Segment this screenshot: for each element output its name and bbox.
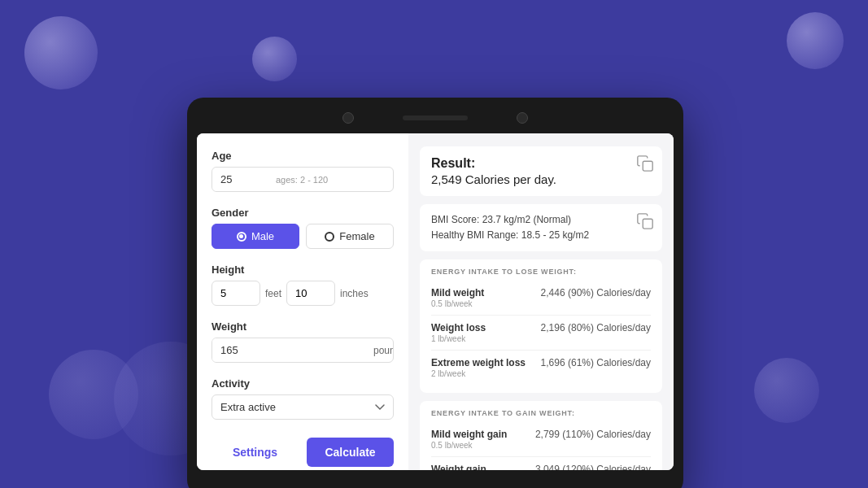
bg-circle-6 [754, 358, 819, 423]
gender-male-label: Male [251, 230, 274, 242]
gender-female-label: Female [339, 230, 374, 242]
feet-unit-label: feet [265, 288, 281, 299]
inches-unit-label: inches [340, 288, 369, 299]
activity-label: Activity [212, 377, 394, 390]
lose-normal-title: Weight loss [431, 322, 486, 333]
activity-section: Activity Sedentary Lightly active Modera… [212, 377, 394, 420]
tablet-frame: Age ages: 2 - 120 Gender Male Female [187, 98, 683, 488]
gender-row: Male Female [212, 224, 394, 249]
buttons-row: Settings Calculate [212, 438, 394, 467]
lose-extreme-sub: 2 lb/week [431, 369, 526, 378]
lose-section-header: ENERGY INTAKE TO LOSE WEIGHT: [431, 268, 651, 276]
lose-extreme-value: 1,696 (61%) Calories/day [541, 357, 651, 368]
gender-label: Gender [212, 207, 394, 219]
lose-weight-table: ENERGY INTAKE TO LOSE WEIGHT: Mild weigh… [420, 259, 662, 393]
lose-normal-sub: 1 lb/week [431, 334, 486, 343]
result-calories: 2,549 Calories per day. [431, 172, 651, 186]
gain-row-mild: Mild weight gain 0.5 lb/week 2,799 (110%… [431, 422, 651, 457]
svg-rect-1 [643, 219, 652, 229]
radio-female [325, 232, 334, 242]
radio-male [237, 232, 246, 242]
bg-circle-3 [787, 12, 844, 69]
gain-mild-value: 2,799 (110%) Calories/day [535, 429, 651, 440]
gain-weight-table: ENERGY INTAKE TO GAIN WEIGHT: Mild weigh… [420, 401, 662, 470]
tablet-screen: Age ages: 2 - 120 Gender Male Female [197, 133, 674, 470]
activity-select[interactable]: Sedentary Lightly active Moderately acti… [212, 394, 394, 420]
result-panel: Result: 2,549 Calories per day. BMI Scor… [408, 133, 674, 470]
gender-female-option[interactable]: Female [306, 224, 394, 249]
height-feet-input[interactable] [212, 281, 260, 306]
result-header-card: Result: 2,549 Calories per day. [420, 146, 662, 196]
age-input[interactable] [212, 168, 269, 191]
height-row: feet inches [212, 281, 394, 306]
age-section: Age ages: 2 - 120 [212, 150, 394, 192]
result-title: Result: [431, 156, 651, 171]
gender-male-option[interactable]: Male [212, 224, 299, 249]
gain-normal-value: 3,049 (120%) Calories/day [535, 464, 651, 470]
bg-circle-4 [49, 350, 138, 439]
gain-mild-title: Mild weight gain [431, 429, 507, 440]
weight-unit-label: pounds [365, 345, 394, 356]
lose-row-extreme: Extreme weight loss 2 lb/week 1,696 (61%… [431, 351, 651, 385]
age-input-wrapper: ages: 2 - 120 [212, 167, 394, 192]
gain-normal-title: Weight gain [431, 464, 486, 470]
bg-circle-2 [252, 37, 297, 81]
lose-row-weight-loss: Weight loss 1 lb/week 2,196 (80%) Calori… [431, 316, 651, 351]
lose-mild-title: Mild weight [431, 287, 484, 298]
lose-row-mild: Mild weight 0.5 lb/week 2,446 (90%) Calo… [431, 281, 651, 316]
tablet-camera [342, 112, 354, 124]
height-label: Height [212, 264, 394, 276]
bg-circle-1 [24, 16, 98, 89]
lose-normal-value: 2,196 (80%) Calories/day [541, 322, 651, 333]
weight-input-wrapper: pounds [212, 338, 394, 363]
settings-button[interactable]: Settings [212, 438, 299, 467]
gain-mild-sub: 0.5 lb/week [431, 441, 507, 450]
gain-section-header: ENERGY INTAKE TO GAIN WEIGHT: [431, 409, 651, 417]
lose-mild-value: 2,446 (90%) Calories/day [541, 287, 651, 298]
gender-section: Gender Male Female [212, 207, 394, 249]
tablet-top-bar [197, 112, 674, 124]
weight-label: Weight [212, 320, 394, 333]
height-section: Height feet inches [212, 264, 394, 306]
tablet-camera-2 [517, 112, 528, 124]
calculate-button[interactable]: Calculate [307, 438, 394, 467]
bmi-card: BMI Score: 23.7 kg/m2 (Normal) Healthy B… [420, 204, 662, 251]
form-panel: Age ages: 2 - 120 Gender Male Female [197, 133, 408, 470]
copy-calories-icon[interactable] [636, 155, 654, 172]
copy-bmi-icon[interactable] [636, 212, 654, 230]
age-hint: ages: 2 - 120 [269, 175, 334, 185]
svg-rect-0 [643, 161, 652, 171]
lose-mild-sub: 0.5 lb/week [431, 299, 484, 308]
bmi-range: Healthy BMI Range: 18.5 - 25 kg/m2 [431, 228, 651, 243]
gain-row-normal: Weight gain 1 lb/week 3,049 (120%) Calor… [431, 457, 651, 470]
age-label: Age [212, 150, 394, 162]
tablet-speaker [403, 115, 468, 120]
lose-extreme-title: Extreme weight loss [431, 357, 526, 368]
height-inches-input[interactable] [286, 281, 335, 306]
bmi-score: BMI Score: 23.7 kg/m2 (Normal) [431, 212, 651, 228]
weight-input[interactable] [212, 338, 365, 362]
weight-section: Weight pounds [212, 320, 394, 363]
